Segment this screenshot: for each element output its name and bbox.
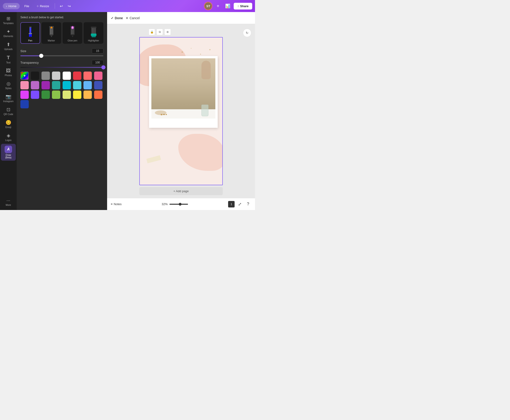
sidebar-item-styles[interactable]: ◎ Styles [1, 79, 16, 91]
refresh-button[interactable]: ↻ [243, 29, 251, 37]
sidebar-item-uploads[interactable]: ⬆ Uploads [1, 40, 16, 52]
color-swatch-lightpink[interactable] [20, 81, 29, 89]
page-number-button[interactable]: 1 [228, 201, 235, 207]
transparency-slider-thumb[interactable] [101, 65, 106, 69]
canvas-design[interactable] [139, 37, 223, 185]
transparency-slider-track[interactable] [20, 67, 103, 68]
top-navigation: ‹ Home File ⊹ Resize ↩ ↪ ST + 📊 ↑ Share [0, 0, 255, 12]
notes-button[interactable]: ≡ Notes [111, 202, 122, 206]
color-swatch-lightgray[interactable] [52, 72, 60, 80]
color-swatch-darkviolet[interactable] [31, 90, 39, 99]
add-page-container: + Add page [139, 187, 223, 195]
color-swatch-purple[interactable] [41, 81, 50, 89]
color-palette: + [20, 72, 103, 108]
expand-button[interactable]: ⤢ [236, 201, 243, 207]
help-button[interactable]: ? [245, 201, 251, 207]
photos-icon: 🖼 [6, 68, 11, 73]
zoom-dot [179, 203, 182, 206]
analytics-button[interactable]: 📊 [224, 2, 232, 10]
sidebar-item-qrcode[interactable]: ⊡ QR Code [1, 105, 16, 117]
resize-button[interactable]: ⊹ Resize [34, 3, 52, 9]
color-swatch-orange[interactable] [84, 90, 92, 99]
home-button[interactable]: ‹ Home [3, 3, 20, 9]
done-button[interactable]: ✓ Done [111, 16, 123, 20]
svg-rect-6 [29, 27, 31, 28]
user-avatar[interactable]: ST [204, 2, 212, 10]
cancel-button[interactable]: ✕ Cancel [126, 16, 140, 20]
color-swatch-green[interactable] [41, 90, 50, 99]
sidebar-item-instagram[interactable]: 📷 Instagram [1, 92, 16, 105]
zoom-slider[interactable] [170, 204, 188, 205]
share-button[interactable]: ↑ Share [234, 3, 252, 9]
done-check-icon: ✓ [111, 16, 114, 20]
brush-glow-pen[interactable]: Glow pen [62, 22, 82, 44]
color-swatch-cyan[interactable] [62, 81, 71, 89]
color-swatch-pink[interactable] [94, 72, 102, 80]
color-swatch-yelloworange[interactable] [73, 90, 81, 99]
color-swatch-teal[interactable] [52, 81, 60, 89]
svg-rect-2 [30, 27, 30, 34]
instagram-icon: 📷 [6, 94, 11, 99]
add-collaborator-button[interactable]: + [214, 2, 222, 10]
color-swatch-red[interactable] [73, 72, 81, 80]
templates-icon: ⊞ [7, 16, 10, 21]
color-swatch-lavender[interactable] [20, 90, 29, 99]
refresh-button-container: ↻ [243, 29, 251, 37]
color-swatch-darkorange[interactable] [94, 90, 102, 99]
notes-icon: ≡ [111, 202, 113, 206]
color-swatch-salmon[interactable] [84, 72, 92, 80]
brush-highlighter[interactable]: Highlighter [84, 22, 103, 44]
color-swatch-lightgreen[interactable] [52, 90, 60, 99]
sidebar-item-templates[interactable]: ⊞ Templates [1, 14, 16, 26]
svg-rect-5 [29, 33, 32, 34]
pen-label: Pen [28, 39, 32, 42]
text-icon: T [7, 55, 10, 61]
sidebar-item-logos[interactable]: ◈ Logos [1, 131, 16, 143]
dot-6 [200, 54, 201, 55]
color-swatch-violet[interactable] [31, 81, 39, 89]
color-swatch-gray[interactable] [41, 72, 50, 80]
marker-label: Marker [48, 39, 55, 42]
color-swatch-white[interactable] [62, 72, 71, 80]
brush-grid: Pen Marker [20, 22, 103, 44]
lock-button[interactable]: 🔒 [149, 29, 155, 35]
copy-button[interactable]: ⧉ [156, 29, 163, 35]
size-header: Size [20, 48, 103, 53]
canvas-content[interactable]: 🔒 ⧉ ⊕ ↻ [107, 24, 255, 198]
glass-sim [201, 105, 209, 116]
sidebar-item-elements[interactable]: ✦ Elements [1, 27, 16, 39]
sidebar-item-more[interactable]: ··· More [1, 196, 16, 208]
color-swatch-royalblue[interactable] [20, 100, 29, 108]
highlighter-label: Highlighter [88, 39, 99, 42]
elements-icon: ✦ [7, 29, 10, 34]
redo-button[interactable]: ↪ [66, 2, 73, 10]
color-swatch-black[interactable] [31, 72, 39, 80]
pen-brush-icon [25, 25, 36, 38]
color-swatch-lightblue[interactable] [84, 81, 92, 89]
size-slider-fill [20, 55, 41, 56]
sidebar-item-photos[interactable]: 🖼 Photos [1, 66, 16, 78]
color-swatch-lightcyan[interactable] [73, 81, 81, 89]
color-swatch-yellow[interactable] [62, 90, 71, 99]
file-menu-button[interactable]: File [22, 3, 32, 9]
svg-point-11 [51, 27, 52, 29]
sidebar-item-emoji[interactable]: 😊 Emoji [1, 118, 16, 130]
undo-button[interactable]: ↩ [58, 2, 65, 10]
add-page-button[interactable]: + Add page [139, 187, 223, 195]
svg-point-18 [72, 27, 73, 29]
main-body: ⊞ Templates ✦ Elements ⬆ Uploads T Text … [0, 12, 255, 210]
add-color-button[interactable]: + [20, 72, 29, 80]
transparency-input[interactable] [92, 60, 103, 65]
brush-pen[interactable]: Pen [20, 22, 40, 44]
sidebar-item-text[interactable]: T Text [1, 53, 16, 66]
add-frame-button[interactable]: ⊕ [164, 29, 171, 35]
size-label: Size [20, 49, 26, 53]
brush-marker[interactable]: Marker [41, 22, 61, 44]
dot-1 [182, 51, 183, 53]
emoji-icon: 😊 [6, 120, 11, 125]
sidebar-item-draw[interactable]: A Draw (Beta) [1, 144, 16, 161]
size-slider-track[interactable] [20, 55, 103, 56]
size-slider-thumb[interactable] [39, 54, 43, 58]
size-input[interactable] [92, 48, 103, 53]
color-swatch-blue[interactable] [94, 81, 102, 89]
